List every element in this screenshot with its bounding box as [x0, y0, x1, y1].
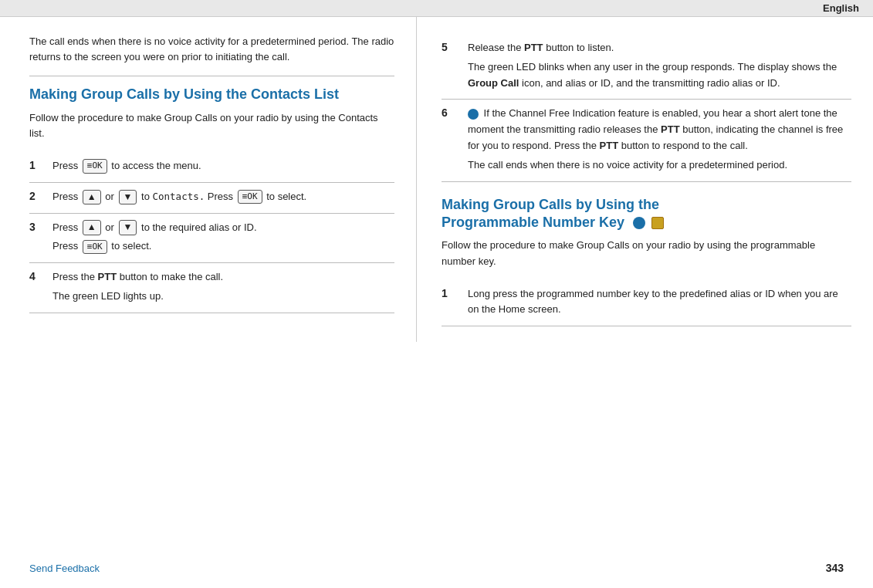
step-4-body: Press the PTT button to make the call. T… — [52, 269, 394, 305]
language-label: English — [823, 2, 859, 14]
step-2-body: Press ▲ or ▼ to Contacts. Press ≡OK to s… — [52, 189, 394, 205]
ok-button-icon-2: ≡OK — [238, 190, 262, 204]
step-1-body: Press ≡OK to access the menu. — [52, 158, 394, 174]
channel-free-icon — [468, 109, 479, 120]
up-arrow-icon-2: ▲ — [83, 220, 101, 235]
step-3-body: Press ▲ or ▼ to the required alias or ID… — [52, 220, 394, 255]
step-1-number: 1 — [29, 158, 45, 174]
step-3: 3 Press ▲ or ▼ to the required alias or … — [29, 214, 394, 264]
section2-title: Making Group Calls by Using theProgramma… — [442, 196, 851, 232]
right-step-1-number: 1 — [442, 286, 462, 319]
left-column: The call ends when there is no voice act… — [0, 17, 417, 342]
intro-paragraph: The call ends when there is no voice act… — [29, 34, 394, 76]
step-6-number: 6 — [442, 106, 462, 173]
down-arrow-icon: ▼ — [119, 190, 137, 205]
wifi-icon — [633, 217, 645, 229]
step-6: 6 If the Channel Free Indication feature… — [442, 100, 851, 181]
down-arrow-icon-2: ▼ — [119, 220, 137, 235]
top-bar: English — [0, 0, 873, 17]
send-feedback-link[interactable]: Send Feedback — [29, 563, 100, 574]
step-5-body: Release the PTT button to listen. The gr… — [468, 40, 851, 91]
step-4: 4 Press the PTT button to make the call.… — [29, 263, 394, 313]
step-6-body: If the Channel Free Indication feature i… — [468, 106, 851, 173]
step-4-number: 4 — [29, 269, 45, 305]
key-icon — [651, 217, 664, 229]
step-5: 5 Release the PTT button to listen. The … — [442, 34, 851, 100]
section2-intro: Follow the procedure to make Group Calls… — [442, 238, 851, 269]
step-2-number: 2 — [29, 189, 45, 205]
ok-button-icon-3: ≡OK — [83, 240, 107, 254]
right-step-1: 1 Long press the programmed number key t… — [442, 280, 851, 327]
step-1: 1 Press ≡OK to access the menu. — [29, 152, 394, 183]
footer: Send Feedback 343 — [0, 562, 873, 574]
up-arrow-icon: ▲ — [83, 190, 101, 205]
section1-title: Making Group Calls by Using the Contacts… — [29, 86, 394, 103]
page-number: 343 — [826, 562, 844, 574]
right-step-1-body: Long press the programmed number key to … — [468, 286, 851, 319]
section1-intro: Follow the procedure to make Group Calls… — [29, 110, 394, 141]
ok-button-icon: ≡OK — [83, 159, 107, 173]
step-5-number: 5 — [442, 40, 462, 91]
step-3-number: 3 — [29, 220, 45, 255]
right-column: 5 Release the PTT button to listen. The … — [417, 17, 873, 342]
step-2: 2 Press ▲ or ▼ to Contacts. Press ≡OK to… — [29, 183, 394, 214]
